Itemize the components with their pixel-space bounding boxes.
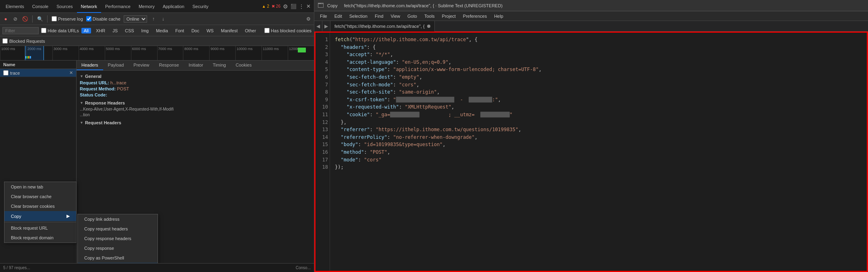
- export-button[interactable]: ↓: [160, 16, 166, 22]
- record-button[interactable]: ●: [2, 16, 9, 22]
- filter-doc[interactable]: Doc: [189, 28, 202, 33]
- close-icon[interactable]: ✕: [306, 3, 311, 9]
- filter-font[interactable]: Font: [173, 28, 187, 33]
- ctx-clear-cookies[interactable]: Clear browser cookies: [4, 201, 76, 211]
- ctx-block-domain[interactable]: Block request domain: [4, 233, 76, 243]
- filter-css[interactable]: CSS: [123, 28, 137, 33]
- ctx-open-new-tab[interactable]: Open in new tab: [4, 182, 76, 192]
- request-row-trace[interactable]: trace ✕: [0, 69, 76, 77]
- tab-bar-icons: ▲ 2 ✖ 26 ⚙ ⬛ ⋮ ✕: [262, 3, 312, 10]
- filter-all[interactable]: All: [81, 28, 91, 33]
- tab-network[interactable]: Network: [77, 0, 101, 13]
- menu-edit[interactable]: Edit: [331, 13, 345, 19]
- menu-selection[interactable]: Selection: [346, 13, 371, 19]
- filter-media[interactable]: Media: [154, 28, 170, 33]
- import-button[interactable]: ↑: [150, 16, 157, 22]
- sub-copy-powershell[interactable]: Copy as PowerShell: [78, 253, 158, 263]
- detail-tab-response[interactable]: Response: [154, 61, 184, 70]
- code-panel: 🗔 Copy fetch("https://ithelp.ithome.com.…: [314, 0, 868, 272]
- detail-tab-initiator[interactable]: Initiator: [184, 61, 208, 70]
- detail-tab-timing[interactable]: Timing: [208, 61, 231, 70]
- menu-view[interactable]: View: [387, 13, 403, 19]
- tab-sources[interactable]: Sources: [52, 0, 77, 13]
- blocked-cookies-input[interactable]: [264, 28, 270, 33]
- hide-data-urls-checkbox[interactable]: Hide data URLs: [41, 28, 79, 33]
- tick-10000: 10000 ms: [235, 46, 262, 60]
- ctx-clear-cookies-label: Clear browser cookies: [11, 204, 55, 209]
- sub-copy-fetch[interactable]: Copy as fetch: [78, 263, 158, 263]
- detail-tab-cookies[interactable]: Cookies: [231, 61, 257, 70]
- tab-console[interactable]: Console: [28, 0, 52, 13]
- sub-copy-resp-headers[interactable]: Copy response headers: [78, 234, 158, 243]
- menu-project[interactable]: Project: [439, 13, 459, 19]
- blocked-requests-checkbox[interactable]: [2, 38, 8, 44]
- menu-tools[interactable]: Tools: [421, 13, 438, 19]
- tab-memory[interactable]: Memory: [135, 0, 159, 13]
- detail-tab-headers[interactable]: Headers: [77, 61, 103, 70]
- tab-bar: Elements Console Sources Network Perform…: [0, 0, 314, 13]
- request-close-trace[interactable]: ✕: [69, 70, 73, 75]
- code-line-4: "accept-language": "en-US,en;q=0.9",: [335, 59, 862, 66]
- network-settings-button[interactable]: ⚙: [305, 16, 311, 22]
- code-area: 12345 678910 1112131415 161718 fetch("ht…: [314, 31, 868, 272]
- timeline-bar-3: [28, 56, 29, 59]
- menu-find[interactable]: Find: [372, 13, 386, 19]
- detail-tabs: Headers Payload Preview Response Initiat…: [77, 61, 314, 71]
- clear-button[interactable]: 🚫: [22, 16, 28, 22]
- devtools-panel: Elements Console Sources Network Perform…: [0, 0, 314, 272]
- filter-input[interactable]: [2, 27, 39, 34]
- sub-copy-link[interactable]: Copy link address: [78, 214, 158, 224]
- nav-fwd-button[interactable]: ▶: [322, 21, 330, 31]
- tab-security[interactable]: Security: [188, 0, 212, 13]
- search-button[interactable]: 🔍: [37, 16, 43, 22]
- menu-help[interactable]: Help: [491, 13, 507, 19]
- nav-back-button[interactable]: ◀: [314, 21, 322, 31]
- detail-tab-preview[interactable]: Preview: [129, 61, 154, 70]
- more-icon[interactable]: ⋮: [299, 4, 304, 9]
- disable-cache-checkbox[interactable]: Disable cache: [86, 16, 120, 21]
- menu-file[interactable]: File: [317, 13, 330, 19]
- disable-cache-input[interactable]: [86, 16, 91, 21]
- filter-js[interactable]: JS: [110, 28, 120, 33]
- filter-xhr[interactable]: XHR: [93, 28, 108, 33]
- hide-data-urls-input[interactable]: [41, 28, 46, 33]
- filter-img[interactable]: Img: [139, 28, 151, 33]
- ctx-clear-cache-label: Clear browser cache: [11, 194, 52, 199]
- request-headers-section: Request Headers: [80, 120, 311, 125]
- blocked-cookies-checkbox[interactable]: Has blocked cookies: [264, 28, 311, 33]
- response-headers-section: Response Headers ...Keep-Alive,User-Agen…: [80, 100, 311, 117]
- tab-application[interactable]: Application: [159, 0, 189, 13]
- primary-context-menu[interactable]: Open in new tab Clear browser cache Clea…: [4, 182, 77, 243]
- dock-icon[interactable]: ⬛: [291, 4, 297, 9]
- ctx-copy[interactable]: Copy ▶: [4, 211, 76, 221]
- preserve-log-checkbox[interactable]: Preserve log: [52, 16, 83, 21]
- tab-performance[interactable]: Performance: [101, 0, 135, 13]
- copy-submenu[interactable]: Copy link address Copy request headers C…: [77, 214, 158, 263]
- request-headers-header: Request Headers: [80, 120, 311, 125]
- filter-manifest[interactable]: Manifest: [218, 28, 240, 33]
- warning-badge: ▲ 2: [262, 4, 269, 8]
- console-label[interactable]: Conso...: [296, 266, 311, 270]
- name-panel-header: Name: [0, 61, 76, 69]
- ctx-block-url[interactable]: Block request URL: [4, 223, 76, 233]
- throttle-select[interactable]: Online: [124, 15, 147, 23]
- menu-goto[interactable]: Goto: [404, 13, 420, 19]
- ctx-open-new-tab-label: Open in new tab: [11, 184, 43, 189]
- tick-4000: 4000 ms: [79, 46, 105, 60]
- request-count: 5 / 97 reques...: [3, 266, 30, 270]
- stop-button[interactable]: ⊘: [12, 16, 19, 22]
- ctx-clear-cache[interactable]: Clear browser cache: [4, 192, 76, 201]
- preserve-log-input[interactable]: [52, 16, 57, 21]
- file-tab[interactable]: fetch("https://ithelp.ithome.com.tw/api/…: [330, 21, 435, 31]
- detail-tab-payload[interactable]: Payload: [103, 61, 129, 70]
- code-line-13: "referrer": "https://ithelp.ithome.com.t…: [335, 126, 862, 134]
- filter-ws[interactable]: WS: [204, 28, 216, 33]
- tab-elements[interactable]: Elements: [2, 0, 28, 13]
- tick-1000: 1000 ms: [0, 46, 26, 60]
- settings-icon[interactable]: ⚙: [283, 3, 288, 10]
- request-checkbox-trace[interactable]: [3, 70, 8, 75]
- sub-copy-req-headers[interactable]: Copy request headers: [78, 224, 158, 234]
- sub-copy-response[interactable]: Copy response: [78, 243, 158, 253]
- menu-preferences[interactable]: Preferences: [460, 13, 490, 19]
- filter-other[interactable]: Other: [243, 28, 259, 33]
